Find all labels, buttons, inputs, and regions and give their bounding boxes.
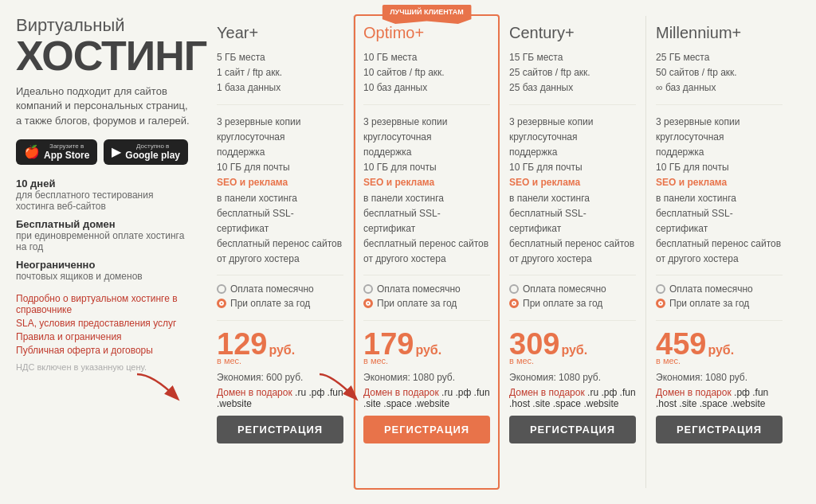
page: Виртуальный ХОСТИНГ Идеально подходит дл… [0,0,816,504]
plan-col-optimo-plus: ЛУЧШИЙ КЛИЕНТАМ Optimo+ 10 ГБ места10 са… [354,14,500,490]
plan-feature: 10 ГБ для почты [217,160,343,175]
radio-monthly[interactable] [363,284,373,294]
register-button[interactable]: РЕГИСТРАЦИЯ [656,416,783,443]
domain-gift: Домен в подарок .ru .рф .fun .site .spac… [363,387,490,409]
radio-monthly[interactable] [656,284,665,294]
plan-spec: 10 ГБ места [363,50,490,65]
plan-price: 129 руб. в мес. [217,329,343,365]
price-rub: руб. [269,343,295,357]
plan-feature: 10 ГБ для почты [363,160,490,175]
plan-feature: поддержка [656,145,783,160]
plan-feature: поддержка [217,145,343,160]
plan-transfer: бесплатный перенос сайтов от другого хос… [656,236,783,267]
option-monthly-row[interactable]: Оплата помесячно [656,283,783,295]
plan-name: Century+ [509,16,636,42]
option-monthly-label: Оплата помесячно [377,283,461,295]
plan-spec: 1 сайт / ftp акк. [217,65,343,80]
plan-options: Оплата помесячно При оплате за год [363,283,490,321]
appstore-button[interactable]: 🍎 Загрузите в App Store [16,139,97,165]
plan-specs: 10 ГБ места10 сайтов / ftp акк.10 баз да… [363,50,490,105]
plan-features: 3 резервные копиикруглосуточнаяподдержка… [656,115,783,276]
domain-gift-link[interactable]: Домен в подарок [509,387,585,398]
register-button[interactable]: РЕГИСТРАЦИЯ [509,416,636,443]
plan-features: 3 резервные копиикруглосуточнаяподдержка… [363,115,490,276]
plan-seo-sub: в панели хостинга [509,191,636,206]
option-monthly-label: Оплата помесячно [523,283,606,295]
option-monthly-row[interactable]: Оплата помесячно [509,283,636,295]
feature-item-trial: 10 дней для бесплатного тестирования хос… [16,178,191,212]
price-rub: руб. [415,343,441,357]
reg-btn-wrapper: РЕГИСТРАЦИЯ [363,416,490,443]
plan-transfer: бесплатный перенос сайтов от другого хос… [509,236,636,267]
plan-ssl: бесплатный SSL-сертификат [363,206,490,236]
feature-domain-title: Бесплатный домен [16,218,191,230]
feature-trial-desc: для бесплатного тестирования хостинга ве… [16,189,191,212]
radio-monthly[interactable] [509,284,519,294]
reg-btn-wrapper: РЕГИСТРАЦИЯ [656,416,783,443]
feature-unlimited-desc: почтовых ящиков и доменов [16,271,191,282]
option-monthly-label: Оплата помесячно [230,283,314,295]
price-amount: 459 [656,329,706,359]
app-buttons: 🍎 Загрузите в App Store ▶ Доступно в Goo… [16,139,191,165]
plan-feature: круглосуточная [656,130,783,145]
plan-feature: 3 резервные копии [217,115,343,130]
plan-col-millennium-plus: Millennium+ 25 ГБ места50 сайтов / ftp а… [646,16,792,488]
googleplay-button[interactable]: ▶ Доступно в Google play [104,139,188,165]
domain-gift-link[interactable]: Домен в подарок [656,387,732,398]
plan-feature: поддержка [363,145,490,160]
domain-gift-link[interactable]: Домен в подарок [363,387,439,398]
plan-feature: круглосуточная [217,130,343,145]
plan-transfer: бесплатный перенос сайтов от другого хос… [217,236,343,267]
plan-spec: 50 сайтов / ftp акк. [656,65,783,80]
price-rub: руб. [561,343,587,357]
plan-price: 309 руб. в мес. [509,329,636,365]
radio-yearly[interactable] [656,299,665,308]
option-yearly-row[interactable]: При оплате за год [363,298,490,309]
feature-domain-desc: при единовременной оплате хостинга на го… [16,230,191,252]
radio-monthly[interactable] [217,284,226,294]
link-rules[interactable]: Правила и ограничения [16,331,191,342]
plan-features: 3 резервные копиикруглосуточнаяподдержка… [217,115,343,276]
plan-specs: 5 ГБ места1 сайт / ftp акк.1 база данных [217,50,343,105]
price-amount: 309 [509,329,559,359]
link-offer[interactable]: Публичная оферта и договоры [16,345,191,356]
register-button[interactable]: РЕГИСТРАЦИЯ [217,416,343,443]
link-reference[interactable]: Подробно о виртуальном хостинге в справо… [16,293,191,315]
radio-yearly[interactable] [217,299,226,308]
plan-seo-sub: в панели хостинга [656,191,783,206]
plan-feature: поддержка [509,145,636,160]
option-yearly-row[interactable]: При оплате за год [509,298,636,309]
googleplay-sub-label: Доступно в [125,143,180,150]
price-amount: 129 [217,329,267,359]
price-row: 459 руб. [656,329,783,359]
price-amount: 179 [363,329,414,359]
plan-options: Оплата помесячно При оплате за год [217,283,343,321]
radio-yearly[interactable] [509,299,519,308]
plan-seo-highlight: SEO и реклама [509,175,636,190]
option-yearly-row[interactable]: При оплате за год [656,298,783,309]
arrow-right [316,370,367,402]
option-monthly-row[interactable]: Оплата помесячно [363,283,490,295]
radio-yearly[interactable] [363,299,373,308]
feature-list: 10 дней для бесплатного тестирования хос… [16,178,191,282]
plan-spec: 5 ГБ места [217,50,343,65]
option-yearly-row[interactable]: При оплате за год [217,298,343,309]
appstore-sub-label: Загрузите в [44,143,89,150]
plan-feature: 10 ГБ для почты [656,160,783,175]
plan-price: 179 руб. в мес. [363,329,490,365]
link-sla[interactable]: SLA, условия предоставления услуг [16,318,191,329]
price-economy: Экономия: 1080 руб. [509,372,636,383]
domain-gift-link[interactable]: Домен в подарок [217,387,292,398]
register-button[interactable]: РЕГИСТРАЦИЯ [363,416,490,443]
option-monthly-row[interactable]: Оплата помесячно [217,283,343,295]
plan-spec: 25 ГБ места [656,50,783,65]
plan-ssl: бесплатный SSL-сертификат [656,206,783,236]
domain-gift: Домен в подарок .рф .fun .host .site .sp… [656,387,783,409]
featured-badge: ЛУЧШИЙ КЛИЕНТАМ [382,5,471,24]
domain-gift: Домен в подарок .ru .рф .fun .host .site… [509,387,636,409]
plan-spec: 1 база данных [217,80,343,96]
plan-specs: 25 ГБ места50 сайтов / ftp акк.∞ баз дан… [656,50,783,105]
plan-spec: 15 ГБ места [509,50,636,65]
price-row: 129 руб. [217,329,343,359]
feature-item-domain: Бесплатный домен при единовременной опла… [16,218,191,252]
